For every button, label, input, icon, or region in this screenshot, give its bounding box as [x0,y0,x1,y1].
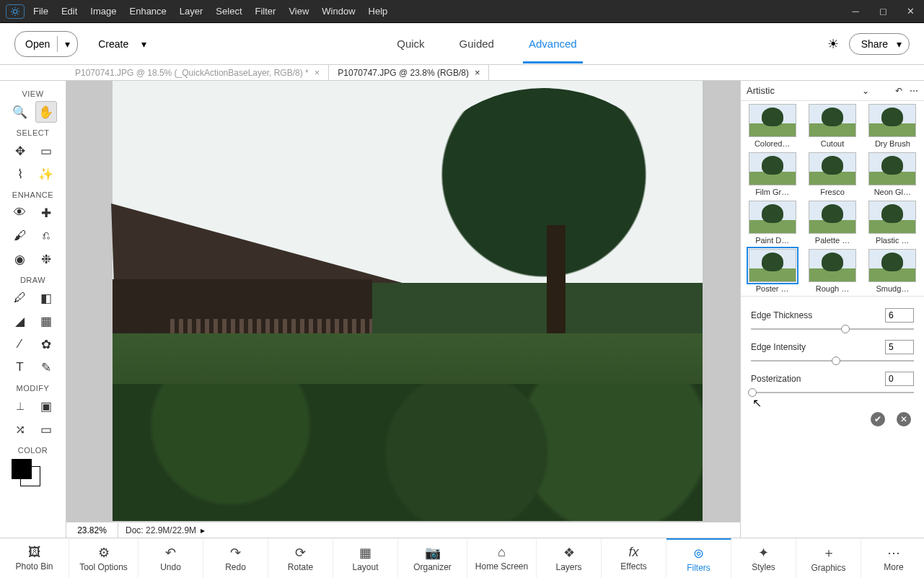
taskbar-effects[interactable]: fxEffects [602,538,666,578]
magic-wand-tool[interactable]: ✨ [35,163,57,185]
close-icon[interactable]: × [314,67,320,78]
canvas-area[interactable]: 23.82% Doc: 22.9M/22.9M ▸ [66,81,740,538]
redo-icon: ↷ [230,545,241,561]
sponge-tool[interactable]: ❉ [35,248,57,270]
tab-guided[interactable]: Guided [458,25,496,63]
hand-tool[interactable]: ✋ [35,101,57,123]
filters-panel: Artistic ⌄ ↶ ⋯ Colored… Cutout Dry Brush… [740,81,924,538]
lasso-tool[interactable]: ⌇ [9,163,31,185]
eraser-tool[interactable]: ◧ [35,287,57,309]
chevron-down-icon[interactable]: ⌄ [862,86,869,96]
create-dropdown[interactable]: Create ▾ [98,38,146,50]
shape-tool[interactable]: ✿ [35,333,57,355]
chevron-right-icon[interactable]: ▸ [201,525,205,535]
marquee-tool[interactable]: ▭ [35,140,57,162]
foreground-swatch[interactable] [12,459,32,479]
posterization-input[interactable] [885,372,914,386]
filter-thumb[interactable]: Smudg… [866,249,920,293]
edge-intensity-input[interactable] [885,340,914,354]
menu-edit[interactable]: Edit [61,6,77,17]
move-tool[interactable]: ✥ [9,140,31,162]
fill-tool[interactable]: ◢ [9,310,31,332]
menu-filter[interactable]: Filter [255,6,276,17]
filter-thumb[interactable]: Cutout [805,104,859,148]
edge-thickness-slider[interactable] [751,328,914,330]
crop-tool[interactable]: ⟂ [9,395,31,417]
pencil-tool[interactable]: ✎ [35,356,57,378]
filter-category-dropdown[interactable]: Artistic [747,85,862,96]
filter-thumb[interactable]: Rough … [805,249,859,293]
apply-button[interactable]: ✔ [871,412,885,426]
tab-advanced[interactable]: Advanced [527,25,578,63]
menu-window[interactable]: Window [322,6,355,17]
taskbar-photo-bin[interactable]: 🖼Photo Bin [0,538,69,578]
menu-file[interactable]: File [33,6,48,17]
minimize-button[interactable]: ─ [842,3,869,20]
eye-tool[interactable]: 👁 [9,202,31,224]
edge-thickness-input[interactable] [885,308,914,323]
gradient-tool[interactable]: ▦ [35,310,57,332]
layers-icon: ❖ [563,545,575,561]
filter-thumb[interactable]: Plastic … [866,201,920,245]
app-logo [6,4,25,19]
taskbar-filters[interactable]: ⊚Filters [666,538,731,578]
filter-thumb-selected[interactable]: Poster … [745,249,799,293]
taskbar-layers[interactable]: ❖Layers [537,538,602,578]
edge-intensity-slider[interactable] [751,360,914,362]
menu-image[interactable]: Image [90,6,116,17]
taskbar-redo[interactable]: ↷Redo [203,538,268,578]
divider [57,36,58,52]
content-move-tool[interactable]: ⤮ [9,419,31,440]
filter-thumb[interactable]: Paint D… [745,201,799,245]
filter-thumb[interactable]: Dry Brush [866,104,920,148]
tab-quick[interactable]: Quick [395,25,426,63]
filter-thumb[interactable]: Colored… [745,104,799,148]
taskbar-rotate[interactable]: ⟳Rotate [268,538,333,578]
taskbar-graphics[interactable]: ＋Graphics [796,538,861,578]
filter-thumb[interactable]: Film Gr… [745,152,799,196]
taskbar-undo[interactable]: ↶Undo [138,538,203,578]
zoom-display[interactable]: 23.82% [66,523,118,538]
close-icon[interactable]: × [475,67,480,78]
clone-stamp-tool[interactable]: ⎌ [35,225,57,247]
taskbar-more[interactable]: ⋯More [861,538,924,578]
more-icon[interactable]: ⋯ [910,86,918,96]
filter-thumb[interactable]: Fresco [805,152,859,196]
color-swatches[interactable] [0,457,66,491]
taskbar-organizer[interactable]: 📷Organizer [398,538,467,578]
zoom-tool[interactable]: 🔍 [9,101,31,123]
share-button[interactable]: Share ▾ [849,33,910,55]
straighten-tool[interactable]: ▭ [35,419,57,440]
text-tool[interactable]: T [9,356,31,378]
menu-view[interactable]: View [289,6,309,17]
brush-tool[interactable]: 🖊 [9,287,31,309]
brush-enhance-tool[interactable]: 🖌 [9,225,31,247]
filter-thumb[interactable]: Palette … [805,201,859,245]
menu-select[interactable]: Select [216,6,242,17]
recompose-tool[interactable]: ▣ [35,395,57,417]
taskbar-layout[interactable]: ▦Layout [333,538,398,578]
posterization-slider[interactable]: ↖ [751,392,914,393]
undo-icon[interactable]: ↶ [895,86,902,96]
menu-help[interactable]: Help [369,6,388,17]
close-button[interactable]: ✕ [897,3,924,20]
heal-tool[interactable]: ✚ [35,202,57,224]
eyedropper-tool[interactable]: ⁄ [9,333,31,355]
taskbar-tool-options[interactable]: ⚙Tool Options [69,538,138,578]
document-tab[interactable]: P1070747.JPG @ 23.8% (RGB/8) × [328,65,489,80]
open-button[interactable]: Open ▾ [14,31,78,57]
filters-icon: ⊚ [693,546,704,561]
menu-enhance[interactable]: Enhance [130,6,167,17]
top-toolbar: Open ▾ Create ▾ Quick Guided Advanced ☀ … [0,23,924,65]
filter-confirm-row: ✔ ✕ [741,408,924,434]
document-tab[interactable]: P1070741.JPG @ 18.5% (_QuickActionBaseLa… [66,65,328,80]
taskbar-styles[interactable]: ✦Styles [731,538,796,578]
cancel-button[interactable]: ✕ [897,412,911,426]
brightness-icon[interactable]: ☀ [827,36,839,52]
taskbar-home[interactable]: ⌂Home Screen [467,538,537,578]
section-draw: DRAW [0,276,66,284]
blur-tool[interactable]: ◉ [9,248,31,270]
maximize-button[interactable]: ◻ [869,3,897,20]
menu-layer[interactable]: Layer [180,6,203,17]
filter-thumb[interactable]: Neon Gl… [866,152,920,196]
